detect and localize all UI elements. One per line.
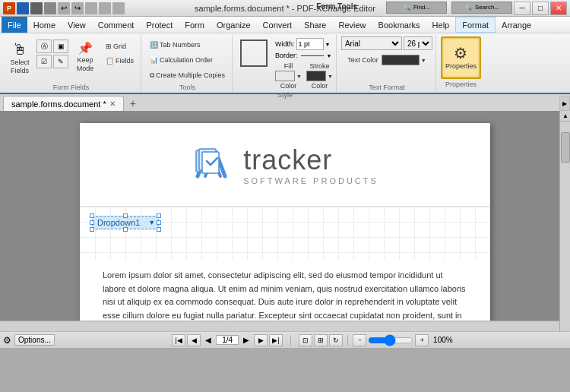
menu-arrange[interactable]: Arrange xyxy=(496,17,537,33)
separator xyxy=(290,335,291,346)
tracker-logo: tracker SOFTWARE PRODUCTS xyxy=(192,143,378,187)
document-tab[interactable]: sample.forms.document * ✕ xyxy=(3,96,124,111)
form-area: Dropdown1 ▼ xyxy=(80,207,490,260)
stroke-color-arrow[interactable]: ▼ xyxy=(328,74,333,79)
calc-order-icon: 📊 xyxy=(150,56,158,64)
menu-share[interactable]: Share xyxy=(298,17,332,33)
page-display: 1/4 xyxy=(216,335,239,345)
zoom-in-button[interactable]: ＋ xyxy=(415,334,429,346)
mode-icons: Ⓐ ▣ ☑ ✎ xyxy=(36,36,68,68)
scroll-thumb[interactable] xyxy=(561,132,570,163)
handle-middle-left[interactable] xyxy=(90,220,94,225)
menu-organize[interactable]: Organize xyxy=(211,17,257,33)
zoom-slider[interactable] xyxy=(368,336,413,345)
fill-color-button[interactable]: Fill ▼ Color xyxy=(275,62,302,90)
search-button[interactable]: 🔍 Search... xyxy=(451,2,512,14)
menu-file[interactable]: File xyxy=(2,17,27,33)
dropdown-field-wrapper: Dropdown1 ▼ xyxy=(92,216,159,229)
menu-home[interactable]: Home xyxy=(27,17,62,33)
minimize-button[interactable]: ─ xyxy=(514,2,530,15)
handle-bottom-right[interactable] xyxy=(157,227,161,232)
tab-scroll-right[interactable]: ▶ xyxy=(559,96,570,111)
horizontal-scrollbar[interactable] xyxy=(0,321,559,331)
handle-bottom-left[interactable] xyxy=(90,227,94,232)
text-color-arrow[interactable]: ▼ xyxy=(421,58,426,63)
tab-close-icon[interactable]: ✕ xyxy=(109,100,116,108)
width-row: Width: ▼ xyxy=(275,38,333,50)
form-fields-label: Form Fields xyxy=(5,82,138,93)
keep-mode-button[interactable]: 📌 KeepMode xyxy=(70,36,100,79)
fill-color-arrow[interactable]: ▼ xyxy=(296,74,302,79)
text-color-swatch xyxy=(382,55,420,65)
handle-bottom-center[interactable] xyxy=(123,227,128,232)
stroke-color-button[interactable]: Stroke ▼ Color xyxy=(306,62,333,90)
icon-btn-4[interactable]: ✎ xyxy=(53,55,68,68)
menu-comment[interactable]: Comment xyxy=(92,17,141,33)
tab-label: sample.forms.document * xyxy=(11,100,106,109)
width-label: Width: xyxy=(275,40,295,48)
border-arrow[interactable]: ▼ xyxy=(327,53,332,58)
close-button[interactable]: ✕ xyxy=(550,2,567,15)
handle-middle-right[interactable] xyxy=(157,220,161,225)
size-select[interactable]: 26 pt xyxy=(404,36,432,50)
menu-format[interactable]: Format xyxy=(455,17,496,33)
icon-btn-2[interactable]: ▣ xyxy=(53,40,68,53)
zoom-out-button[interactable]: － xyxy=(353,334,366,346)
fit-width-button[interactable]: ⊞ xyxy=(314,334,328,346)
handle-top-center[interactable] xyxy=(123,213,128,218)
ribbon-group-style: Width: ▼ Border: ▼ Fill xyxy=(234,35,337,93)
handle-top-left[interactable] xyxy=(90,213,94,218)
options-button[interactable]: Options... xyxy=(14,334,55,346)
border-row: Border: ▼ xyxy=(275,52,333,59)
scroll-up-arrow[interactable]: ▲ xyxy=(560,111,570,122)
grid-button[interactable]: ⊞ Grid xyxy=(102,40,138,53)
menu-view[interactable]: View xyxy=(62,17,92,33)
prev-page-button[interactable]: ◀ xyxy=(187,334,201,346)
page-forward-button[interactable]: ▶ xyxy=(243,336,249,344)
add-tab-button[interactable]: + xyxy=(124,96,142,111)
form-fields-content: 🖱 SelectFields Ⓐ ▣ ☑ ✎ 📌 KeepMode ⊞ xyxy=(5,36,138,82)
icon-btn-1[interactable]: Ⓐ xyxy=(36,40,52,53)
last-page-button[interactable]: ▶| xyxy=(269,334,283,346)
fields-button[interactable]: 📋 Fields xyxy=(102,54,138,68)
next-page-button[interactable]: ▶ xyxy=(254,334,268,346)
find-button[interactable]: 🔍 Find... xyxy=(386,2,447,14)
border-label: Border: xyxy=(275,52,298,59)
menu-form[interactable]: Form xyxy=(179,17,211,33)
zoom-level: 100% xyxy=(433,336,453,344)
menu-protect[interactable]: Protect xyxy=(140,17,179,33)
menu-convert[interactable]: Convert xyxy=(257,17,299,33)
text-format-label: Text Format xyxy=(341,82,432,93)
form-tools-label: Form Tools xyxy=(316,2,357,11)
window-controls: 🔍 Find... 🔍 Search... ─ □ ✕ xyxy=(386,2,567,15)
menu-review[interactable]: Review xyxy=(332,17,372,33)
tab-numbers-button[interactable]: 🔢 Tab Numbers xyxy=(146,38,229,52)
vertical-scrollbar[interactable]: ▲ xyxy=(559,111,570,331)
ribbon: 🖱 SelectFields Ⓐ ▣ ☑ ✎ 📌 KeepMode ⊞ xyxy=(0,33,570,94)
tracker-subtitle: SOFTWARE PRODUCTS xyxy=(243,176,378,185)
rotate-button[interactable]: ↻ xyxy=(329,334,343,346)
find-icon: 🔍 xyxy=(403,4,410,11)
create-multiple-copies-button[interactable]: ⧉ Create Multiple Copies xyxy=(146,68,229,82)
handle-top-right[interactable] xyxy=(157,213,161,218)
text-color-button[interactable]: Text Color ▼ xyxy=(341,55,432,65)
title-bar: P ↩ ↪ sample.forms.document * - PDF-XCha… xyxy=(0,0,570,17)
page-rewind-button[interactable]: ◀ xyxy=(205,336,211,344)
grid-icon: ⊞ xyxy=(106,43,112,50)
properties-button[interactable]: ⚙ Properties xyxy=(441,36,481,79)
icon-btn-3[interactable]: ☑ xyxy=(36,55,52,68)
font-select[interactable]: Arial xyxy=(341,36,402,50)
first-page-button[interactable]: |◀ xyxy=(172,334,185,346)
restore-button[interactable]: □ xyxy=(532,2,549,15)
width-input[interactable] xyxy=(296,38,324,50)
fit-page-button[interactable]: ⊡ xyxy=(299,334,312,346)
dropdown-arrow-icon: ▼ xyxy=(148,219,155,226)
fields-icon: 📋 xyxy=(106,57,114,65)
svg-rect-2 xyxy=(202,152,219,173)
menu-bookmarks[interactable]: Bookmarks xyxy=(372,17,426,33)
calculation-order-button[interactable]: 📊 Calculation Order xyxy=(146,53,229,67)
menu-help[interactable]: Help xyxy=(426,17,456,33)
select-fields-button[interactable]: 🖱 SelectFields xyxy=(5,36,35,81)
copies-icon: ⧉ xyxy=(150,71,154,80)
width-arrow[interactable]: ▼ xyxy=(325,42,331,47)
